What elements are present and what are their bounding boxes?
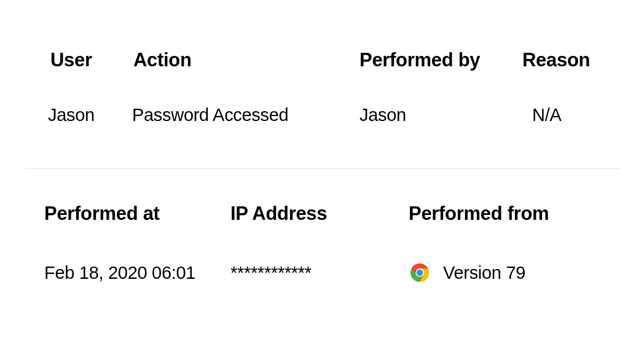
header-performed-at: Performed at — [44, 203, 160, 225]
value-performed-by: Jason — [359, 105, 406, 125]
top-value-row: Jason Password Accessed Jason N/A — [25, 105, 619, 125]
value-user: Jason — [48, 105, 95, 125]
bottom-value-row: Feb 18, 2020 06:01 ************ — [25, 262, 619, 284]
performed-from-browser: Version 79 — [409, 262, 525, 284]
header-reason: Reason — [522, 49, 590, 71]
header-performed-from: Performed from — [409, 203, 549, 225]
chrome-icon — [409, 262, 431, 284]
value-ip-address: ************ — [230, 263, 312, 283]
bottom-header-row: Performed at IP Address Performed from — [25, 203, 619, 225]
value-reason: N/A — [532, 105, 561, 125]
audit-top-section: User Action Performed by Reason Jason Pa… — [25, 0, 619, 169]
header-ip-address: IP Address — [230, 203, 327, 225]
header-user: User — [50, 49, 92, 71]
audit-bottom-section: Performed at IP Address Performed from F… — [25, 169, 619, 321]
value-action: Password Accessed — [132, 105, 288, 125]
header-action: Action — [133, 49, 192, 71]
value-performed-at: Feb 18, 2020 06:01 — [44, 263, 195, 283]
value-performed-from-version: Version 79 — [443, 263, 525, 283]
header-performed-by: Performed by — [359, 49, 480, 71]
top-header-row: User Action Performed by Reason — [25, 49, 619, 71]
svg-point-2 — [417, 270, 423, 276]
